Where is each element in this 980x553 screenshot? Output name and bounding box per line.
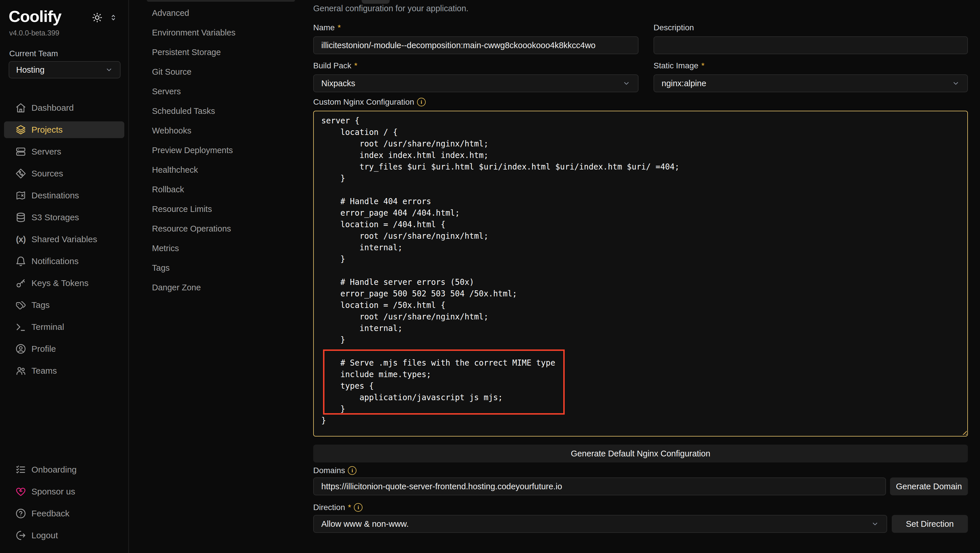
- description-input[interactable]: [654, 37, 968, 54]
- chevron-down-icon: [622, 79, 630, 87]
- required-asterisk: *: [348, 503, 351, 512]
- users-icon: [15, 365, 27, 377]
- name-label: Name*: [313, 23, 341, 32]
- name-input[interactable]: illicitestonion/-module--decomposition:m…: [313, 37, 638, 54]
- subnav-item-rollback[interactable]: Rollback: [129, 183, 313, 196]
- checklist-icon: [15, 464, 27, 475]
- build-pack-label: Build Pack*: [313, 61, 357, 70]
- app-logo: Coolify: [9, 7, 61, 25]
- subnav-item-resource-operations[interactable]: Resource Operations: [129, 222, 313, 235]
- subnav-item-preview-deployments[interactable]: Preview Deployments: [129, 143, 313, 157]
- sidebar-item-shared-variables[interactable]: (x) Shared Variables: [4, 231, 124, 248]
- database-icon: [15, 211, 27, 223]
- generate-domain-button[interactable]: Generate Domain: [890, 477, 968, 495]
- sidebar-item-projects[interactable]: Projects: [4, 121, 124, 138]
- nginx-config-label: Custom Nginx Configuration: [313, 97, 426, 106]
- sidebar-collapse-icon[interactable]: [109, 13, 118, 22]
- chevron-down-icon: [871, 520, 879, 528]
- map-icon: [15, 190, 27, 201]
- subnav-item-metrics[interactable]: Metrics: [129, 242, 313, 255]
- theme-toggle-sun-icon[interactable]: [92, 12, 103, 23]
- subnav-item-advanced[interactable]: Advanced: [129, 6, 313, 20]
- static-image-label: Static Image*: [654, 61, 705, 70]
- chevron-down-icon: [105, 66, 113, 74]
- domains-label: Domains: [313, 466, 356, 475]
- team-select-value: Hosting: [16, 65, 105, 75]
- subnav-item-servers[interactable]: Servers: [129, 84, 313, 99]
- required-asterisk: *: [354, 61, 357, 70]
- page-description: General configuration for your applicati…: [313, 4, 468, 13]
- domains-input[interactable]: https://illicitonion-quote-server-fronte…: [313, 477, 886, 495]
- subnav-item-git-source[interactable]: Git Source: [129, 65, 313, 79]
- git-source-icon: [15, 168, 27, 180]
- sidebar-nav: Dashboard Projects Servers Sources Desti…: [0, 100, 128, 385]
- set-direction-button[interactable]: Set Direction: [892, 515, 968, 533]
- sidebar-item-terminal[interactable]: Terminal: [4, 319, 124, 335]
- layers-icon: [15, 124, 27, 135]
- subnav-item-persistent-storage[interactable]: Persistent Storage: [129, 45, 313, 59]
- subnav-selected-item-partial: [147, 0, 295, 2]
- sidebar-item-keys-tokens[interactable]: Keys & Tokens: [4, 275, 124, 291]
- coolify-app: Coolify v4.0.0-beta.399 Current Team Hos…: [0, 0, 980, 553]
- info-icon[interactable]: [348, 466, 356, 475]
- build-pack-select[interactable]: Nixpacks: [313, 75, 638, 92]
- home-icon: [15, 102, 27, 114]
- subnav-item-environment-variables[interactable]: Environment Variables: [129, 25, 313, 40]
- info-icon[interactable]: [354, 503, 363, 512]
- sidebar-item-feedback[interactable]: Feedback: [4, 505, 124, 522]
- server-icon: [15, 146, 27, 157]
- subnav-item-resource-limits[interactable]: Resource Limits: [129, 202, 313, 216]
- direction-select[interactable]: Allow www & non-www.: [313, 515, 887, 533]
- partial-button-above-fold: [362, 0, 390, 4]
- team-select[interactable]: Hosting: [9, 61, 121, 78]
- description-label: Description: [654, 23, 694, 32]
- bell-icon: [15, 256, 27, 267]
- sidebar-item-sponsor-us[interactable]: Sponsor us: [4, 483, 124, 500]
- main-content: General configuration for your applicati…: [313, 0, 968, 553]
- sidebar-item-onboarding[interactable]: Onboarding: [4, 461, 124, 478]
- subnav-item-webhooks[interactable]: Webhooks: [129, 124, 313, 138]
- sidebar-item-teams[interactable]: Teams: [4, 362, 124, 379]
- sidebar-item-tags[interactable]: Tags: [4, 297, 124, 313]
- required-asterisk: *: [338, 23, 341, 32]
- info-icon[interactable]: [417, 98, 426, 106]
- generate-default-nginx-button[interactable]: Generate Default Nginx Configuration: [313, 445, 968, 462]
- variables-icon: (x): [15, 234, 27, 245]
- help-circle-icon: [15, 508, 27, 519]
- user-circle-icon: [15, 343, 27, 354]
- subnav-item-danger-zone[interactable]: Danger Zone: [129, 281, 313, 294]
- logout-icon: [15, 530, 27, 541]
- subnav-item-healthcheck[interactable]: Healthcheck: [129, 163, 313, 177]
- sidebar: Coolify v4.0.0-beta.399 Current Team Hos…: [0, 0, 129, 553]
- app-version: v4.0.0-beta.399: [9, 29, 59, 37]
- sidebar-item-notifications[interactable]: Notifications: [4, 253, 124, 270]
- current-team-label: Current Team: [9, 49, 58, 58]
- chevron-down-icon: [952, 79, 960, 87]
- static-image-select[interactable]: nginx:alpine: [654, 75, 968, 92]
- direction-label: Direction*: [313, 503, 363, 512]
- sidebar-item-profile[interactable]: Profile: [4, 340, 124, 357]
- required-asterisk: *: [702, 61, 705, 70]
- key-icon: [15, 277, 27, 289]
- subnav-item-tags[interactable]: Tags: [129, 261, 313, 275]
- red-highlight-annotation: [323, 350, 565, 415]
- heart-hands-icon: [15, 486, 27, 497]
- subnav-item-scheduled-tasks[interactable]: Scheduled Tasks: [129, 104, 313, 118]
- sidebar-item-sources[interactable]: Sources: [4, 165, 124, 182]
- tags-icon: [15, 299, 27, 311]
- sidebar-item-servers[interactable]: Servers: [4, 143, 124, 160]
- sidebar-item-s3-storages[interactable]: S3 Storages: [4, 209, 124, 226]
- sidebar-item-dashboard[interactable]: Dashboard: [4, 100, 124, 116]
- sidebar-item-logout[interactable]: Logout: [4, 527, 124, 544]
- sidebar-item-destinations[interactable]: Destinations: [4, 187, 124, 204]
- terminal-icon: [15, 321, 27, 333]
- sidebar-footer-nav: Onboarding Sponsor us Feedback Logout: [0, 461, 128, 549]
